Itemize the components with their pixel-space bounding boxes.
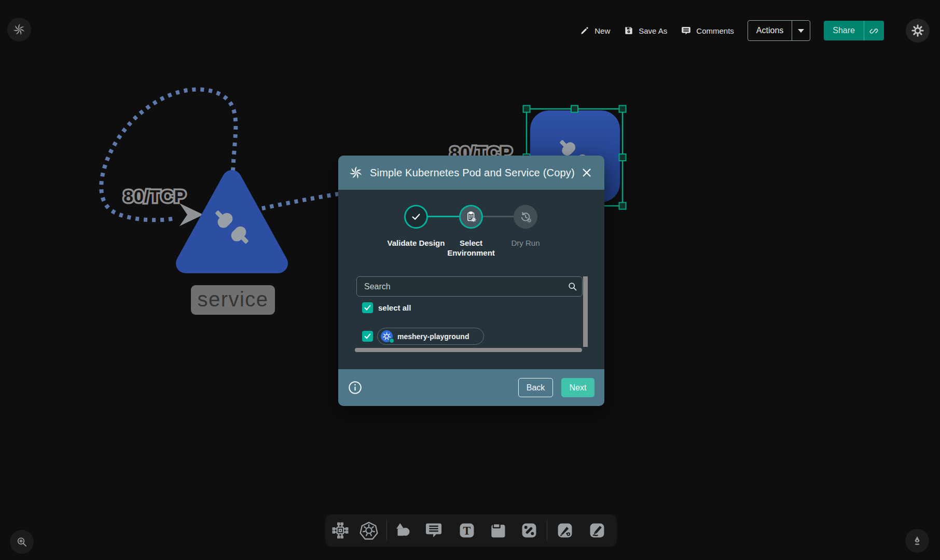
step-label-validate-design: Validate Design: [387, 239, 445, 248]
actions-label: Actions: [748, 21, 792, 40]
check-icon: [410, 211, 422, 222]
connection-status-dot: [389, 338, 394, 343]
environment-chip[interactable]: meshery-playground: [377, 328, 484, 345]
comments-label: Comments: [696, 26, 734, 35]
close-icon: [581, 167, 592, 178]
horizontal-scrollbar[interactable]: [355, 348, 582, 352]
deploy-design-modal: Simple Kubernetes Pod and Service (Copy): [338, 156, 604, 406]
search-input[interactable]: [357, 282, 562, 291]
service-node-label: service: [197, 288, 268, 311]
design-toolbar: New Save As Comments Actions Share: [579, 19, 930, 43]
clipboard-gear-icon: [465, 211, 477, 223]
modal-body: Validate Design Select Environment Dry R…: [338, 190, 604, 369]
service-node[interactable]: [186, 180, 278, 263]
vertical-scrollbar[interactable]: [583, 276, 588, 347]
copy-link-button[interactable]: [864, 21, 884, 40]
gear-icon: [911, 24, 924, 37]
meshery-app: 80/TCP service 80/TCP New: [0, 0, 940, 560]
modal-title: Simple Kubernetes Pod and Service (Copy): [370, 167, 575, 179]
pencil-icon: [579, 25, 590, 36]
dry-run-icon: [519, 211, 532, 223]
step-dry-run[interactable]: [514, 205, 537, 229]
floppy-icon: [624, 25, 634, 36]
stepper-connector-done: [428, 216, 459, 217]
modal-footer: Back Next: [338, 369, 604, 406]
info-icon[interactable]: [348, 381, 362, 395]
next-button[interactable]: Next: [561, 378, 595, 397]
chevron-down-icon: [798, 29, 804, 33]
meshery-home-button[interactable]: [7, 18, 31, 41]
save-as-label: Save As: [639, 26, 667, 35]
check-icon: [364, 332, 371, 340]
step-label-select-environment: Select Environment: [442, 239, 500, 258]
back-button[interactable]: Back: [518, 378, 553, 397]
meshery-logo-icon: [349, 165, 363, 180]
modal-header: Simple Kubernetes Pod and Service (Copy): [338, 156, 604, 190]
search-icon[interactable]: [562, 281, 582, 292]
kubernetes-context-icon: [380, 330, 393, 343]
save-as-button[interactable]: Save As: [624, 25, 667, 36]
edge-port-label-left: 80/TCP: [123, 186, 186, 206]
comment-icon: [681, 25, 692, 36]
link-icon: [869, 26, 879, 36]
settings-button[interactable]: [906, 19, 930, 43]
actions-button[interactable]: Actions: [748, 20, 810, 41]
step-label-dry-run: Dry Run: [496, 239, 555, 248]
environment-search: [356, 276, 583, 297]
check-icon: [364, 304, 371, 312]
close-modal-button[interactable]: [579, 165, 594, 180]
select-all-label: select all: [378, 303, 411, 312]
meshery-logo-icon: [12, 23, 26, 36]
stepper-connector-pending: [483, 216, 514, 217]
new-button[interactable]: New: [579, 25, 610, 36]
actions-dropdown-toggle[interactable]: [792, 21, 810, 40]
new-label: New: [595, 26, 610, 35]
environment-checkbox[interactable]: [362, 331, 373, 342]
select-all-checkbox[interactable]: [362, 302, 373, 313]
environment-name: meshery-playground: [397, 332, 469, 341]
comments-button[interactable]: Comments: [681, 25, 734, 36]
share-button[interactable]: Share: [824, 21, 884, 40]
step-select-environment[interactable]: [459, 205, 483, 229]
step-validate-design[interactable]: [404, 205, 428, 229]
share-label: Share: [824, 21, 864, 40]
